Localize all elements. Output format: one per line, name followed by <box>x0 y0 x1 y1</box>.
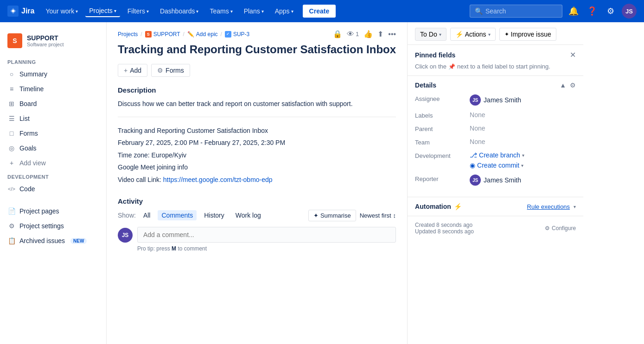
create-commit-link[interactable]: ◉ Create commit ▾ <box>470 162 576 169</box>
pinned-title: Pinned fields <box>415 51 455 59</box>
sidebar-item-project-pages[interactable]: 📄 Project pages <box>0 204 106 219</box>
project-info: SUPPORT Software project <box>27 34 64 47</box>
parent-value[interactable]: None <box>470 125 576 132</box>
sidebar-item-add-view[interactable]: + Add view <box>0 156 106 170</box>
breadcrumb-support-link[interactable]: SUPPORT <box>153 31 180 38</box>
status-chevron-icon: ▾ <box>439 32 441 37</box>
apps-button[interactable]: ⚙ Forms <box>151 64 190 77</box>
chevron-down-icon: ▾ <box>291 9 293 14</box>
breadcrumb-row: Projects / S SUPPORT / ✏️ Add epic / ✓ S… <box>118 22 396 38</box>
apps-label: Forms <box>166 67 184 74</box>
summarise-button[interactable]: ✦ Summarise <box>308 210 356 221</box>
activity-show: Show: All Comments History Work log ✦ Su… <box>118 210 396 221</box>
activity-tab-all[interactable]: All <box>140 210 154 220</box>
sparkle-icon: ✦ <box>313 212 319 219</box>
sidebar-item-goals[interactable]: ◎ Goals <box>0 141 106 156</box>
sidebar-item-timeline[interactable]: ≡ Timeline <box>0 81 106 96</box>
create-branch-link[interactable]: ⎇ Create branch ▾ <box>470 151 576 159</box>
automation-header[interactable]: Automation ⚡ Rule executions ▾ <box>415 203 576 210</box>
settings-icon[interactable]: ⚙ <box>570 81 576 89</box>
sidebar-item-list[interactable]: ☰ List <box>0 111 106 126</box>
add-button[interactable]: + Add <box>118 64 147 77</box>
jira-logo[interactable]: Jira <box>7 6 34 17</box>
breadcrumb: Projects / S SUPPORT / ✏️ Add epic / ✓ S… <box>118 31 249 38</box>
parent-row: Parent None <box>415 125 576 132</box>
archived-issues-icon: 📋 <box>7 237 16 245</box>
pin-icon: 📌 <box>448 63 455 70</box>
sidebar-item-project-settings[interactable]: ⚙ Project settings <box>0 219 106 233</box>
timestamps-row: Created 8 seconds ago Updated 8 seconds … <box>415 222 576 235</box>
breadcrumb-sep-2: / <box>183 31 185 38</box>
notifications-button[interactable]: 🔔 <box>566 4 581 19</box>
share-icon[interactable]: ⬆ <box>377 30 383 38</box>
nav-projects[interactable]: Projects ▾ <box>85 5 120 17</box>
meeting-date: February 27, 2025, 2:00 PM - February 27… <box>118 137 396 149</box>
nav-your-work[interactable]: Your work ▾ <box>42 6 82 17</box>
project-header: S SUPPORT Software project <box>0 30 106 56</box>
settings-button[interactable]: ⚙ <box>603 4 618 19</box>
status-button[interactable]: To Do ▾ <box>415 28 446 41</box>
nav-apps[interactable]: Apps ▾ <box>271 6 297 17</box>
sidebar-item-archived-issues[interactable]: 📋 Archived issues NEW <box>0 233 106 248</box>
rule-executions-link[interactable]: Rule executions <box>527 203 570 210</box>
thumbsup-icon[interactable]: 👍 <box>363 30 373 38</box>
action-buttons: + Add ⚙ Forms <box>118 64 396 77</box>
user-avatar[interactable]: JS <box>622 4 637 19</box>
branch-chevron-icon: ▾ <box>522 153 524 158</box>
labels-row: Labels None <box>415 111 576 119</box>
sidebar-item-summary[interactable]: ○ Summary <box>0 67 106 81</box>
code-icon: </> <box>7 185 16 193</box>
comment-input[interactable] <box>137 227 396 243</box>
nav-dashboards[interactable]: Dashboards ▾ <box>156 6 203 17</box>
labels-value[interactable]: None <box>470 111 576 119</box>
meeting-title: Tracking and Reporting Customer Satisfac… <box>118 125 396 137</box>
nav-teams[interactable]: Teams ▾ <box>206 6 236 17</box>
show-label: Show: <box>118 212 136 219</box>
issue-title: Tracking and Reporting Customer Satisfac… <box>118 42 396 56</box>
improve-button[interactable]: ✦ Improve issue <box>499 28 556 41</box>
search-bar[interactable]: 🔍 <box>470 5 562 18</box>
activity-tab-comments[interactable]: Comments <box>158 210 197 220</box>
search-input[interactable] <box>485 7 555 15</box>
chevron-down-icon: ▾ <box>76 9 78 14</box>
help-button[interactable]: ❓ <box>585 4 599 19</box>
pencil-icon: ✏️ <box>187 31 194 38</box>
meeting-timezone: Time zone: Europe/Kyiv <box>118 149 396 162</box>
create-button[interactable]: Create <box>303 5 336 18</box>
sidebar: S SUPPORT Software project PLANNING ○ Su… <box>0 22 107 344</box>
breadcrumb-issue-link[interactable]: SUP-3 <box>233 31 249 38</box>
breadcrumb-add-epic[interactable]: ✏️ Add epic <box>187 31 218 38</box>
nav-filters[interactable]: Filters ▾ <box>124 6 153 17</box>
activity-tab-history[interactable]: History <box>200 210 228 220</box>
sort-button[interactable]: Newest first ↕ <box>360 212 396 219</box>
lock-icon[interactable]: 🔒 <box>333 30 342 38</box>
add-label: Add <box>130 67 141 74</box>
configure-icon: ⚙ <box>545 225 550 231</box>
breadcrumb-support[interactable]: S SUPPORT <box>145 31 180 38</box>
breadcrumb-projects[interactable]: Projects <box>118 31 138 38</box>
development-label: Development <box>415 151 466 159</box>
team-value[interactable]: None <box>470 138 576 145</box>
actions-button[interactable]: ⚡ Actions ▾ <box>450 28 496 41</box>
support-icon: S <box>145 31 152 38</box>
sidebar-item-code[interactable]: </> Code <box>0 181 106 196</box>
summary-icon: ○ <box>7 70 16 78</box>
nav-plans[interactable]: Plans ▾ <box>240 6 268 17</box>
breadcrumb-epic-link[interactable]: Add epic <box>196 31 218 38</box>
close-pinned-button[interactable]: ✕ <box>570 50 576 59</box>
sidebar-item-board[interactable]: ⊞ Board <box>0 96 106 111</box>
breadcrumb-issue-id[interactable]: ✓ SUP-3 <box>225 31 249 38</box>
development-value: ⎇ Create branch ▾ ◉ Create commit ▾ <box>470 151 576 169</box>
watch-count: 1 <box>356 31 359 38</box>
assignee-value[interactable]: JS James Smith <box>470 94 576 106</box>
video-call-link[interactable]: https://meet.google.com/tzt-obmo-edp <box>163 176 273 183</box>
planning-label: PLANNING <box>0 56 106 67</box>
activity-tab-worklog[interactable]: Work log <box>232 210 265 220</box>
reporter-value[interactable]: JS James Smith <box>470 175 576 186</box>
configure-button[interactable]: ⚙ Configure <box>545 225 576 231</box>
details-header[interactable]: Details ▲ ⚙ <box>415 81 576 89</box>
pinned-fields: Pinned fields ✕ Click on the 📌 next to a… <box>408 45 583 76</box>
sidebar-item-forms[interactable]: □ Forms <box>0 126 106 141</box>
more-icon[interactable]: ••• <box>388 30 396 38</box>
watch-icon[interactable]: 👁 1 <box>347 30 359 38</box>
